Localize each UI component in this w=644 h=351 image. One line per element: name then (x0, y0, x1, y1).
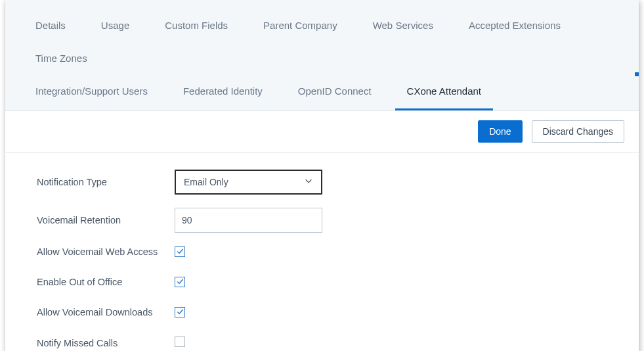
tab-accepted-extensions[interactable]: Accepted Extensions (457, 12, 572, 45)
tab-time-zones[interactable]: Time Zones (24, 45, 99, 78)
voicemail-retention-input[interactable] (175, 208, 322, 233)
notification-type-value: Email Only (184, 177, 228, 187)
row-allow-web-access: Allow Voicemail Web Access (37, 246, 607, 258)
done-button[interactable]: Done (478, 120, 522, 143)
tab-integration-support-users[interactable]: Integration/Support Users (24, 78, 160, 110)
tab-header: Details Usage Custom Fields Parent Compa… (5, 0, 639, 110)
form-area: Notification Type Email Only Voicemail R… (5, 152, 639, 351)
enable-ooo-checkbox[interactable] (175, 277, 185, 287)
tab-cxone-attendant[interactable]: CXone Attendant (395, 78, 493, 110)
actions-bar: Done Discard Changes (5, 111, 639, 152)
tab-details[interactable]: Details (24, 12, 77, 45)
label-notify-missed: Notify Missed Calls (37, 338, 175, 348)
label-allow-downloads: Allow Voicemail Downloads (37, 307, 175, 317)
scroll-indicator (635, 72, 639, 76)
allow-web-access-checkbox[interactable] (175, 246, 185, 257)
tab-usage[interactable]: Usage (89, 12, 141, 45)
notify-missed-checkbox[interactable] (175, 337, 185, 347)
tab-custom-fields[interactable]: Custom Fields (153, 12, 240, 45)
row-notification-type: Notification Type Email Only (37, 170, 607, 195)
notification-type-select[interactable]: Email Only (175, 170, 322, 195)
settings-panel: Details Usage Custom Fields Parent Compa… (5, 0, 639, 351)
row-allow-downloads: Allow Voicemail Downloads (37, 306, 607, 318)
tab-federated-identity[interactable]: Federated Identity (171, 78, 274, 110)
row-voicemail-retention: Voicemail Retention (37, 208, 607, 233)
label-voicemail-retention: Voicemail Retention (37, 215, 175, 225)
tab-openid-connect[interactable]: OpenID Connect (286, 78, 383, 110)
tab-web-services[interactable]: Web Services (361, 12, 445, 45)
row-enable-ooo: Enable Out of Office (37, 276, 607, 288)
chevron-down-icon (304, 176, 313, 188)
checkmark-icon (177, 248, 184, 255)
tab-parent-company[interactable]: Parent Company (251, 12, 349, 45)
row-notify-missed: Notify Missed Calls (37, 337, 607, 350)
checkmark-icon (177, 308, 184, 316)
allow-downloads-checkbox[interactable] (175, 307, 185, 317)
discard-changes-button[interactable]: Discard Changes (532, 120, 624, 143)
label-allow-web-access: Allow Voicemail Web Access (37, 246, 175, 257)
checkmark-icon (177, 278, 184, 285)
label-notification-type: Notification Type (37, 177, 175, 187)
label-enable-ooo: Enable Out of Office (37, 277, 175, 287)
